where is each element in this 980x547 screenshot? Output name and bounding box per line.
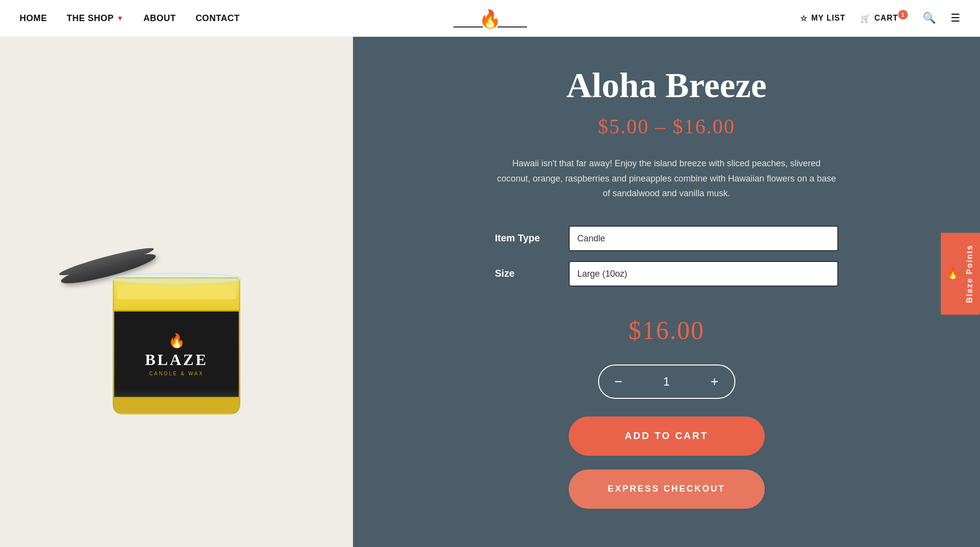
star-icon: ☆ (800, 14, 807, 23)
candle-label: 🔥 BLAZE CANDLE & WAX (114, 310, 239, 398)
quantity-increase-button[interactable]: + (695, 365, 734, 399)
item-type-select[interactable]: Candle Wax Melt (569, 226, 838, 251)
product-options: Item Type Candle Wax Melt Size Small (4o… (495, 226, 838, 296)
nav-home[interactable]: HOME (20, 13, 47, 24)
chevron-down-icon: ▼ (117, 14, 124, 22)
quantity-control: − 1 + (598, 365, 735, 399)
cart-badge: 1 (898, 10, 908, 20)
main-content: 🔥 BLAZE CANDLE & WAX Aloha Breeze $5.00 … (0, 37, 980, 547)
blaze-points-label: Blaze Points (965, 244, 974, 303)
cart-icon: 🛒 (860, 14, 871, 23)
quantity-value: 1 (638, 375, 695, 389)
nav-contact[interactable]: CONTACT (196, 13, 240, 24)
candle-glass-top (110, 273, 243, 285)
item-type-row: Item Type Candle Wax Melt (495, 226, 838, 251)
brand-subtitle: CANDLE & WAX (149, 371, 203, 376)
blaze-tab-icon: 🔥 (947, 266, 959, 281)
nav-about[interactable]: ABOUT (143, 13, 176, 24)
size-label: Size (495, 268, 554, 279)
blaze-points-tab[interactable]: 🔥 Blaze Points (941, 233, 980, 314)
product-title: Aloha Breeze (566, 66, 767, 105)
express-checkout-button[interactable]: EXPRESS CHECKOUT (569, 469, 765, 509)
menu-button[interactable]: ☰ (951, 12, 960, 25)
quantity-decrease-button[interactable]: − (599, 365, 638, 399)
candle-glass-bottom (112, 389, 241, 413)
product-description: Hawaii isn't that far away! Enjoy the is… (495, 156, 838, 201)
candle-wax-top (117, 285, 236, 299)
candle-jar: 🔥 BLAZE CANDLE & WAX (113, 277, 240, 415)
search-button[interactable]: 🔍 (923, 12, 936, 25)
add-to-cart-button[interactable]: ADD TO CART (569, 417, 765, 456)
logo[interactable]: 🔥 (453, 9, 527, 27)
nav-shop[interactable]: THE SHOP ▼ (67, 13, 124, 24)
product-price-single: $16.00 (628, 316, 704, 345)
nav-right: ☆ MY LIST 🛒 CART 1 🔍 ☰ (800, 12, 960, 25)
header: HOME THE SHOP ▼ ABOUT CONTACT 🔥 ☆ MY LIS… (0, 0, 980, 37)
brand-name: BLAZE (145, 351, 208, 369)
my-list-button[interactable]: ☆ MY LIST (800, 14, 846, 23)
product-price-range: $5.00 – $16.00 (598, 115, 735, 138)
label-flame-icon: 🔥 (168, 333, 185, 349)
nav-left: HOME THE SHOP ▼ ABOUT CONTACT (20, 13, 240, 24)
candle-image: 🔥 BLAZE CANDLE & WAX (59, 150, 294, 434)
size-row: Size Small (4oz) Medium (8oz) Large (10o… (495, 261, 838, 287)
logo-lines (453, 26, 527, 27)
size-select[interactable]: Small (4oz) Medium (8oz) Large (10oz) (569, 261, 838, 287)
product-detail-section: Aloha Breeze $5.00 – $16.00 Hawaii isn't… (353, 37, 980, 547)
cart-button[interactable]: 🛒 CART 1 (860, 14, 908, 23)
item-type-label: Item Type (495, 233, 554, 244)
product-image-section: 🔥 BLAZE CANDLE & WAX (0, 37, 353, 547)
